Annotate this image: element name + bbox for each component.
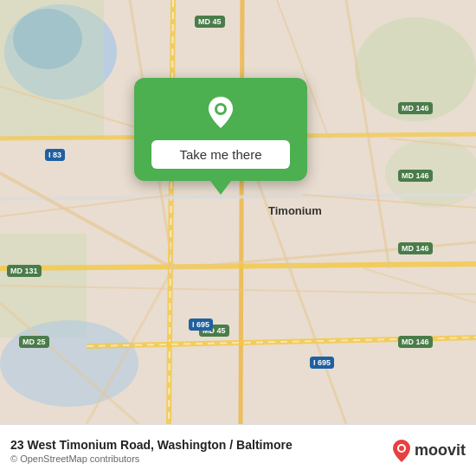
road-badge-md45-top: MD 45 [195, 16, 225, 28]
timonium-label: Timonium [268, 204, 322, 217]
road-badge-md146-4: MD 146 [398, 336, 433, 348]
road-badge-md146-3: MD 146 [398, 242, 433, 254]
road-badge-i695-right: I 695 [310, 357, 334, 369]
map-svg: Timonium [0, 0, 476, 424]
take-me-there-button[interactable]: Take me there [151, 140, 290, 169]
svg-point-10 [217, 106, 224, 113]
footer: 23 West Timonium Road, Washington / Balt… [0, 424, 476, 476]
moovit-logo: moovit [392, 439, 466, 463]
svg-point-12 [399, 446, 404, 451]
location-pin-icon [202, 93, 240, 132]
moovit-text: moovit [415, 441, 466, 460]
moovit-pin-icon [392, 439, 411, 463]
road-badge-i695-left: I 695 [189, 318, 213, 331]
road-badge-md146-1: MD 146 [398, 102, 433, 114]
road-badge-md146-2: MD 146 [398, 170, 433, 182]
svg-rect-3 [0, 0, 104, 138]
map-container: Timonium MD 45 MD 146 MD 146 MD 146 MD 1… [0, 0, 476, 424]
road-badge-i83: I 83 [45, 149, 65, 161]
road-badge-md131: MD 131 [7, 265, 42, 277]
navigation-popup[interactable]: Take me there [134, 78, 307, 181]
road-badge-md25: MD 25 [19, 336, 49, 348]
